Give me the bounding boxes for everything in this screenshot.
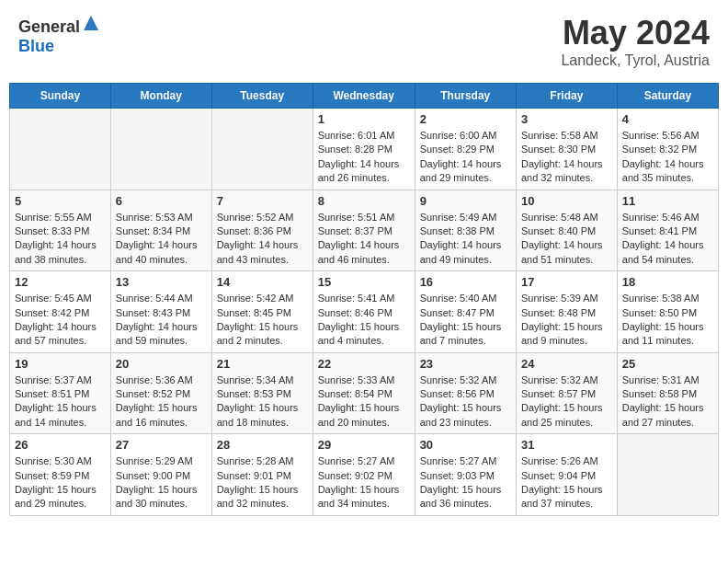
table-row: 22Sunrise: 5:33 AMSunset: 8:54 PMDayligh… [313,352,415,434]
page-header: General Blue May 2024 Landeck, Tyrol, Au… [9,9,719,74]
day-info: Sunrise: 5:28 AMSunset: 9:01 PMDaylight:… [217,454,308,511]
day-info: Sunrise: 5:34 AMSunset: 8:53 PMDaylight:… [217,373,308,431]
table-row: 4Sunrise: 5:56 AMSunset: 8:32 PMDaylight… [617,109,718,190]
location-subtitle: Landeck, Tyrol, Austria [561,52,710,69]
day-number: 25 [622,357,713,371]
day-info: Sunrise: 5:33 AMSunset: 8:54 PMDaylight:… [318,373,410,431]
calendar-header-row: SundayMondayTuesdayWednesdayThursdayFrid… [10,84,719,109]
day-number: 8 [318,194,410,208]
table-row: 21Sunrise: 5:34 AMSunset: 8:53 PMDayligh… [211,352,313,434]
day-number: 21 [217,357,308,371]
day-number: 15 [318,275,410,289]
day-info: Sunrise: 5:45 AMSunset: 8:42 PMDaylight:… [15,292,106,349]
month-title: May 2024 [561,14,710,52]
title-block: May 2024 Landeck, Tyrol, Austria [561,14,710,69]
day-info: Sunrise: 5:26 AMSunset: 9:04 PMDaylight:… [521,454,612,511]
day-info: Sunrise: 5:41 AMSunset: 8:46 PMDaylight:… [318,292,410,349]
calendar-header-saturday: Saturday [617,84,718,109]
day-info: Sunrise: 5:27 AMSunset: 9:02 PMDaylight:… [318,454,410,511]
table-row: 10Sunrise: 5:48 AMSunset: 8:40 PMDayligh… [516,190,617,271]
day-number: 27 [116,438,207,452]
day-number: 31 [521,438,612,452]
day-info: Sunrise: 5:44 AMSunset: 8:43 PMDaylight:… [116,292,207,349]
table-row: 8Sunrise: 5:51 AMSunset: 8:37 PMDaylight… [313,190,415,271]
day-info: Sunrise: 6:00 AMSunset: 8:29 PMDaylight:… [420,129,511,186]
day-number: 12 [15,275,106,289]
logo-blue: Blue [18,37,54,55]
day-info: Sunrise: 5:36 AMSunset: 8:52 PMDaylight:… [116,373,207,431]
table-row: 23Sunrise: 5:32 AMSunset: 8:56 PMDayligh… [415,352,516,434]
calendar-header-thursday: Thursday [415,84,516,109]
day-number: 29 [318,438,410,452]
day-info: Sunrise: 6:01 AMSunset: 8:28 PMDaylight:… [318,129,410,186]
day-number: 30 [420,438,511,452]
calendar-table: SundayMondayTuesdayWednesdayThursdayFrid… [9,83,719,516]
day-number: 17 [521,275,612,289]
table-row: 7Sunrise: 5:52 AMSunset: 8:36 PMDaylight… [211,190,313,271]
table-row: 14Sunrise: 5:42 AMSunset: 8:45 PMDayligh… [211,271,313,353]
table-row: 18Sunrise: 5:38 AMSunset: 8:50 PMDayligh… [617,271,718,353]
day-info: Sunrise: 5:51 AMSunset: 8:37 PMDaylight:… [318,211,410,268]
table-row: 15Sunrise: 5:41 AMSunset: 8:46 PMDayligh… [313,271,415,353]
table-row: 9Sunrise: 5:49 AMSunset: 8:38 PMDaylight… [415,190,516,271]
calendar-week-row: 19Sunrise: 5:37 AMSunset: 8:51 PMDayligh… [10,352,719,434]
day-number: 16 [420,275,511,289]
table-row: 29Sunrise: 5:27 AMSunset: 9:02 PMDayligh… [313,434,415,516]
day-info: Sunrise: 5:52 AMSunset: 8:36 PMDaylight:… [217,211,308,268]
day-info: Sunrise: 5:53 AMSunset: 8:34 PMDaylight:… [116,211,207,268]
table-row: 25Sunrise: 5:31 AMSunset: 8:58 PMDayligh… [617,352,718,434]
day-info: Sunrise: 5:32 AMSunset: 8:56 PMDaylight:… [420,373,511,431]
day-info: Sunrise: 5:31 AMSunset: 8:58 PMDaylight:… [622,373,713,431]
day-number: 24 [521,357,612,371]
day-number: 7 [217,194,308,208]
day-number: 20 [116,357,207,371]
day-info: Sunrise: 5:39 AMSunset: 8:48 PMDaylight:… [521,292,612,349]
day-number: 14 [217,275,308,289]
calendar-week-row: 5Sunrise: 5:55 AMSunset: 8:33 PMDaylight… [10,190,719,271]
day-number: 10 [521,194,612,208]
day-info: Sunrise: 5:56 AMSunset: 8:32 PMDaylight:… [622,129,713,186]
table-row: 26Sunrise: 5:30 AMSunset: 8:59 PMDayligh… [10,434,111,516]
logo: General Blue [18,14,100,56]
day-info: Sunrise: 5:40 AMSunset: 8:47 PMDaylight:… [420,292,511,349]
day-number: 1 [318,112,410,126]
table-row: 5Sunrise: 5:55 AMSunset: 8:33 PMDaylight… [10,190,111,271]
day-number: 13 [116,275,207,289]
logo-general: General [18,17,80,36]
day-info: Sunrise: 5:29 AMSunset: 9:00 PMDaylight:… [116,454,207,511]
day-number: 6 [116,194,207,208]
calendar-header-friday: Friday [516,84,617,109]
day-number: 23 [420,357,511,371]
table-row: 13Sunrise: 5:44 AMSunset: 8:43 PMDayligh… [110,271,211,353]
table-row: 12Sunrise: 5:45 AMSunset: 8:42 PMDayligh… [10,271,111,353]
table-row [10,109,111,190]
day-info: Sunrise: 5:58 AMSunset: 8:30 PMDaylight:… [521,129,612,186]
day-number: 18 [622,275,713,289]
table-row: 1Sunrise: 6:01 AMSunset: 8:28 PMDaylight… [313,109,415,190]
day-info: Sunrise: 5:49 AMSunset: 8:38 PMDaylight:… [420,211,511,268]
day-number: 3 [521,112,612,126]
calendar-header-tuesday: Tuesday [211,84,313,109]
day-number: 2 [420,112,511,126]
calendar-header-wednesday: Wednesday [313,84,415,109]
day-info: Sunrise: 5:48 AMSunset: 8:40 PMDaylight:… [521,211,612,268]
day-info: Sunrise: 5:32 AMSunset: 8:57 PMDaylight:… [521,373,612,431]
logo-icon [82,14,100,32]
table-row [211,109,313,190]
table-row: 17Sunrise: 5:39 AMSunset: 8:48 PMDayligh… [516,271,617,353]
table-row: 20Sunrise: 5:36 AMSunset: 8:52 PMDayligh… [110,352,211,434]
calendar-week-row: 12Sunrise: 5:45 AMSunset: 8:42 PMDayligh… [10,271,719,353]
day-number: 28 [217,438,308,452]
table-row: 24Sunrise: 5:32 AMSunset: 8:57 PMDayligh… [516,352,617,434]
day-info: Sunrise: 5:37 AMSunset: 8:51 PMDaylight:… [15,373,106,431]
day-info: Sunrise: 5:46 AMSunset: 8:41 PMDaylight:… [622,211,713,268]
table-row: 27Sunrise: 5:29 AMSunset: 9:00 PMDayligh… [110,434,211,516]
table-row: 30Sunrise: 5:27 AMSunset: 9:03 PMDayligh… [415,434,516,516]
table-row: 31Sunrise: 5:26 AMSunset: 9:04 PMDayligh… [516,434,617,516]
calendar-body: 1Sunrise: 6:01 AMSunset: 8:28 PMDaylight… [10,109,719,516]
day-number: 26 [15,438,106,452]
table-row: 16Sunrise: 5:40 AMSunset: 8:47 PMDayligh… [415,271,516,353]
table-row: 19Sunrise: 5:37 AMSunset: 8:51 PMDayligh… [10,352,111,434]
table-row [110,109,211,190]
day-info: Sunrise: 5:55 AMSunset: 8:33 PMDaylight:… [15,211,106,268]
